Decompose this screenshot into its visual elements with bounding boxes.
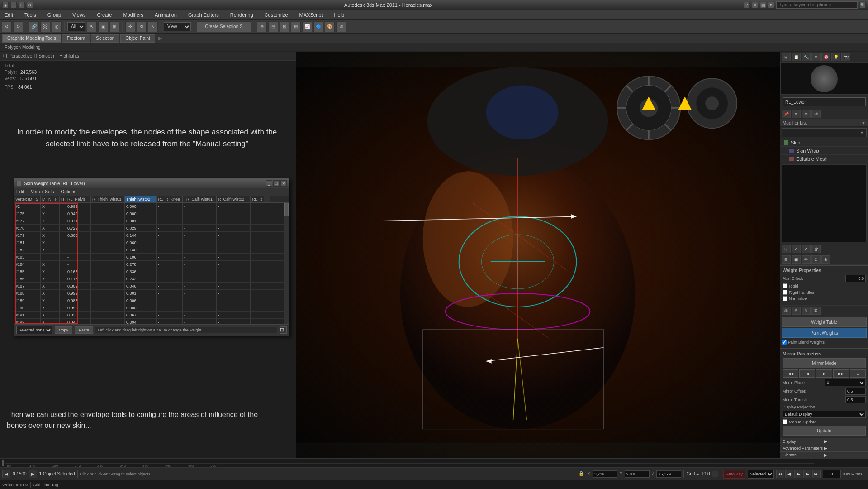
display-proj-select[interactable]: Default Display bbox=[783, 411, 866, 418]
table-row[interactable]: #184X-0.278--- bbox=[14, 261, 289, 268]
table-cell[interactable]: #184 bbox=[14, 261, 34, 268]
table-cell[interactable]: #179 bbox=[14, 232, 34, 239]
timeline-handle[interactable] bbox=[2, 460, 4, 466]
table-cell[interactable] bbox=[34, 319, 41, 324]
rp-icon-7[interactable]: 📷 bbox=[841, 53, 850, 61]
table-cell[interactable]: - bbox=[183, 254, 217, 260]
table-cell[interactable] bbox=[53, 297, 60, 304]
table-cell[interactable] bbox=[34, 283, 41, 289]
table-cell[interactable]: - bbox=[183, 290, 217, 297]
paint-weights-btn[interactable]: Paint Weights bbox=[782, 328, 867, 338]
timeline-fwd-btn[interactable]: ▶ bbox=[29, 470, 37, 478]
table-cell[interactable] bbox=[91, 297, 125, 304]
table-cell[interactable] bbox=[47, 304, 53, 311]
mirror-mode-btn[interactable]: Mirror Mode bbox=[783, 358, 866, 368]
rp-icon-3[interactable]: 🔧 bbox=[802, 53, 811, 61]
render-btn[interactable]: 🖥 bbox=[336, 21, 346, 32]
z-input[interactable] bbox=[656, 470, 681, 478]
search-icon[interactable]: 🔍 bbox=[859, 2, 866, 8]
table-cell[interactable]: 0.802 bbox=[66, 283, 91, 289]
table-cell[interactable]: - bbox=[66, 246, 91, 253]
table-cell[interactable]: 0.001 bbox=[125, 217, 157, 224]
wt-close[interactable]: ✕ bbox=[280, 180, 287, 187]
table-cell[interactable]: - bbox=[157, 290, 183, 297]
max-btn[interactable]: □ bbox=[19, 2, 25, 8]
table-cell[interactable] bbox=[91, 210, 125, 217]
table-cell[interactable]: - bbox=[217, 297, 251, 304]
x-input[interactable] bbox=[593, 470, 617, 478]
table-cell[interactable]: - bbox=[66, 261, 91, 268]
table-row[interactable]: #191X0.8380.067--- bbox=[14, 312, 289, 319]
table-cell[interactable]: - bbox=[183, 239, 217, 246]
menu-tools[interactable]: Tools bbox=[22, 11, 38, 19]
selected-dropdown[interactable]: Selected bbox=[748, 470, 774, 479]
table-row[interactable]: #190X0.9990.000--- bbox=[14, 304, 289, 312]
table-cell[interactable] bbox=[60, 275, 66, 282]
table-cell[interactable]: X bbox=[41, 283, 47, 289]
table-cell[interactable]: - bbox=[157, 217, 183, 224]
menu-modifiers[interactable]: Modifiers bbox=[121, 11, 146, 19]
table-row[interactable]: #187X0.8020.046--- bbox=[14, 283, 289, 290]
table-cell[interactable]: 0.278 bbox=[125, 261, 157, 268]
table-cell[interactable] bbox=[91, 232, 125, 239]
table-cell[interactable]: - bbox=[217, 203, 251, 210]
mirror-thresh-input[interactable] bbox=[845, 396, 866, 403]
play-btn[interactable]: ▶ bbox=[794, 470, 802, 478]
table-cell[interactable]: 0.971 bbox=[66, 217, 91, 224]
table-cell[interactable] bbox=[53, 304, 60, 311]
table-cell[interactable]: X bbox=[41, 246, 47, 253]
wt-table-body[interactable]: #2X0.9990.000---#175X0.9490.000---#177X0… bbox=[14, 203, 289, 324]
table-cell[interactable] bbox=[47, 203, 53, 210]
table-cell[interactable] bbox=[47, 217, 53, 224]
table-cell[interactable] bbox=[60, 254, 66, 260]
table-cell[interactable] bbox=[34, 210, 41, 217]
table-cell[interactable] bbox=[47, 283, 53, 289]
close-window-btn[interactable]: ✕ bbox=[768, 2, 774, 8]
table-cell[interactable] bbox=[53, 268, 60, 275]
table-cell[interactable]: #182 bbox=[14, 246, 34, 253]
table-cell[interactable]: - bbox=[157, 268, 183, 275]
table-cell[interactable] bbox=[91, 225, 125, 231]
table-cell[interactable] bbox=[91, 275, 125, 282]
help-icon[interactable]: ? bbox=[744, 2, 750, 8]
tab-freeform[interactable]: Freeform bbox=[62, 34, 90, 43]
mirror-nav-1[interactable]: ◀◀ bbox=[783, 369, 798, 378]
table-cell[interactable]: - bbox=[183, 203, 217, 210]
table-cell[interactable] bbox=[53, 232, 60, 239]
table-cell[interactable] bbox=[60, 261, 66, 268]
align-btn[interactable]: ⊟ bbox=[268, 21, 278, 32]
table-cell[interactable]: #178 bbox=[14, 225, 34, 231]
table-cell[interactable]: 0.001 bbox=[125, 290, 157, 297]
table-cell[interactable] bbox=[34, 239, 41, 246]
tab-selection[interactable]: Selection bbox=[91, 34, 119, 43]
table-cell[interactable]: 0.729 bbox=[66, 225, 91, 231]
rp-icon-2[interactable]: 📋 bbox=[792, 53, 801, 61]
table-cell[interactable]: - bbox=[183, 283, 217, 289]
table-cell[interactable]: X bbox=[41, 210, 47, 217]
rp-param-icon-1[interactable]: ⊞ bbox=[782, 245, 791, 253]
table-cell[interactable] bbox=[53, 203, 60, 210]
table-cell[interactable] bbox=[53, 225, 60, 231]
menu-customize[interactable]: Customize bbox=[262, 11, 290, 19]
table-cell[interactable] bbox=[47, 225, 53, 231]
table-cell[interactable] bbox=[91, 312, 125, 318]
rp-extra-1[interactable]: ◎ bbox=[782, 307, 791, 315]
weight-table-btn[interactable]: Weight Table bbox=[782, 317, 867, 327]
rp-extra-4[interactable]: ⊠ bbox=[811, 307, 821, 315]
table-cell[interactable] bbox=[91, 239, 125, 246]
table-cell[interactable]: 0.144 bbox=[125, 232, 157, 239]
view-dropdown[interactable]: View bbox=[164, 22, 191, 31]
restore-btn[interactable]: ▤ bbox=[760, 2, 766, 8]
table-cell[interactable]: - bbox=[157, 210, 183, 217]
table-cell[interactable]: - bbox=[217, 225, 251, 231]
mirror-nav-3[interactable]: ▶ bbox=[816, 369, 832, 378]
table-cell[interactable]: - bbox=[183, 312, 217, 318]
table-cell[interactable] bbox=[47, 232, 53, 239]
table-row[interactable]: #183-0.106--- bbox=[14, 254, 289, 261]
table-cell[interactable]: 0.118 bbox=[66, 275, 91, 282]
table-cell[interactable]: X bbox=[41, 217, 47, 224]
table-cell[interactable] bbox=[60, 319, 66, 324]
gizmos-header[interactable]: Gizmos ▶ bbox=[780, 451, 868, 458]
wt-maximize[interactable]: □ bbox=[273, 180, 280, 187]
table-cell[interactable] bbox=[34, 275, 41, 282]
